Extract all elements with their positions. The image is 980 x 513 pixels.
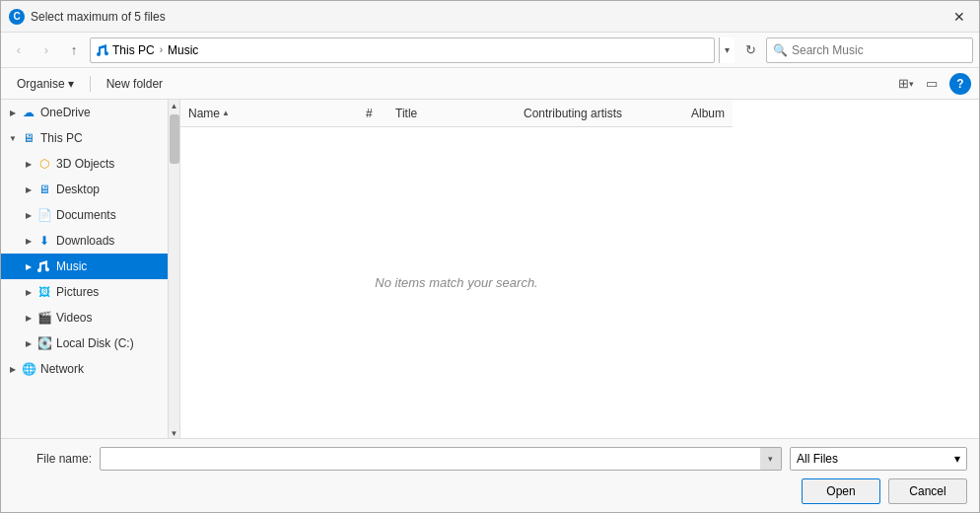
filename-row: File name: ▾ All Files ▾ [13,447,967,471]
refresh-button[interactable]: ↻ [738,38,762,62]
filetype-label: All Files [797,452,838,466]
scroll-track [170,110,179,429]
sort-arrow-icon: ▲ [222,109,230,117]
nav-bar: ‹ › ↑ This PC › Music ▾ ↻ 🔍 [1,33,979,68]
toolbar-right: ⊞ ▾ ▭ ? [894,72,971,96]
action-row: Open Cancel [13,478,967,504]
onedrive-label: OneDrive [40,106,91,119]
help-button[interactable]: ? [949,73,971,95]
dialog-title: Select maximum of 5 files [31,10,947,24]
col-album-header[interactable]: Album [687,100,729,126]
back-button[interactable]: ‹ [7,38,31,62]
onedrive-icon: ☁ [21,105,36,120]
organise-button[interactable]: Organise ▾ [9,73,82,95]
cancel-button[interactable]: Cancel [888,478,967,504]
scroll-thumb[interactable] [170,114,179,164]
desktop-icon: 🖥 [36,182,52,197]
col-name-header[interactable]: Name ▲ [184,100,362,126]
new-folder-button[interactable]: New folder [99,73,171,95]
view-button[interactable]: ⊞ ▾ [894,72,918,96]
search-input[interactable] [792,43,966,57]
search-box[interactable]: 🔍 [766,37,973,63]
sidebar-item-downloads[interactable]: ▶ ⬇ Downloads [1,228,168,254]
sidebar-item-desktop[interactable]: ▶ 🖥 Desktop [1,177,168,202]
expand-icon-desktop: ▶ [21,182,36,197]
filename-input[interactable] [100,447,782,471]
empty-message: No items match your search. [375,275,537,290]
expand-icon-downloads: ▶ [21,233,36,249]
col-contributing-label: Contributing artists [524,107,622,120]
music-icon [36,258,52,274]
open-label: Open [826,484,855,498]
app-icon [9,9,25,25]
thispc-label: This PC [40,131,83,145]
documents-icon: 📄 [36,207,52,223]
cancel-label: Cancel [909,484,945,498]
3dobjects-icon: ⬡ [36,156,52,172]
toolbar-separator [90,76,91,92]
address-music[interactable]: Music [168,43,198,57]
organise-label: Organise [17,77,65,91]
col-contributing-header[interactable]: Contributing artists [520,100,687,126]
sidebar-item-music[interactable]: ▶ Music [1,254,168,279]
music-label: Music [56,259,87,273]
videos-icon: 🎬 [36,310,52,326]
col-name-label: Name [188,107,220,120]
sidebar-item-videos[interactable]: ▶ 🎬 Videos [1,305,168,330]
sidebar-item-network[interactable]: ▶ 🌐 Network [1,356,168,382]
open-button[interactable]: Open [802,478,880,504]
address-bar[interactable]: This PC › Music [90,37,715,63]
videos-label: Videos [56,311,92,325]
address-thispc[interactable]: This PC [112,43,155,57]
scroll-up-arrow[interactable]: ▲ [171,102,178,110]
organise-arrow-icon: ▾ [68,77,74,91]
expand-icon-videos: ▶ [21,310,36,326]
pictures-label: Pictures [56,285,99,299]
expand-icon-pictures: ▶ [21,284,36,300]
col-album-label: Album [691,107,725,120]
view-arrow-icon: ▾ [909,79,914,89]
thispc-label: This PC [112,43,155,57]
file-area: Name ▲ # Title Contributing artists Albu… [180,100,733,438]
sidebar-item-thispc[interactable]: ▼ 🖥 This PC [1,125,168,151]
scroll-down-arrow[interactable]: ▼ [171,429,178,438]
network-label: Network [40,362,84,376]
sidebar-item-documents[interactable]: ▶ 📄 Documents [1,202,168,228]
expand-icon-onedrive: ▶ [5,105,21,120]
address-chevron-1: › [160,44,163,55]
toolbar: Organise ▾ New folder ⊞ ▾ ▭ ? [1,68,979,100]
filetype-select[interactable]: All Files ▾ [790,447,967,471]
expand-icon-disk: ▶ [21,335,36,351]
col-title-header[interactable]: Title [391,100,520,126]
file-dialog: Select maximum of 5 files ✕ ‹ › ↑ This P… [0,0,980,513]
network-icon: 🌐 [21,361,36,377]
downloads-label: Downloads [56,234,114,248]
localdisk-icon: 💽 [36,335,52,351]
sidebar-item-3dobjects[interactable]: ▶ ⬡ 3D Objects [1,151,168,177]
sidebar-item-localdisk[interactable]: ▶ 💽 Local Disk (C:) [1,330,168,356]
desktop-label: Desktop [56,183,100,196]
filetype-dropdown-icon: ▾ [954,452,960,466]
col-num-header[interactable]: # [362,100,391,126]
pane-button[interactable]: ▭ [920,72,944,96]
close-button[interactable]: ✕ [947,5,971,29]
bottom-bar: File name: ▾ All Files ▾ Open Cancel [1,438,979,512]
documents-label: Documents [56,208,116,222]
col-num-label: # [366,107,373,120]
filename-dropdown-button[interactable]: ▾ [760,447,782,471]
sidebar-scrollbar[interactable]: ▲ ▼ [169,100,180,438]
title-bar: Select maximum of 5 files ✕ [1,1,979,33]
column-header: Name ▲ # Title Contributing artists Albu… [180,100,733,127]
search-icon: 🔍 [773,43,788,57]
forward-button[interactable]: › [35,38,58,62]
music-label: Music [168,43,198,57]
address-dropdown-button[interactable]: ▾ [719,37,735,63]
up-button[interactable]: ↑ [62,38,86,62]
new-folder-label: New folder [106,77,163,91]
sidebar-item-pictures[interactable]: ▶ 🖼 Pictures [1,279,168,305]
view-icon: ⊞ [898,76,909,91]
filename-input-wrap: ▾ [100,447,782,471]
sidebar-item-onedrive[interactable]: ▶ ☁ OneDrive [1,100,168,125]
col-title-label: Title [395,107,417,120]
expand-icon-music: ▶ [21,258,36,274]
